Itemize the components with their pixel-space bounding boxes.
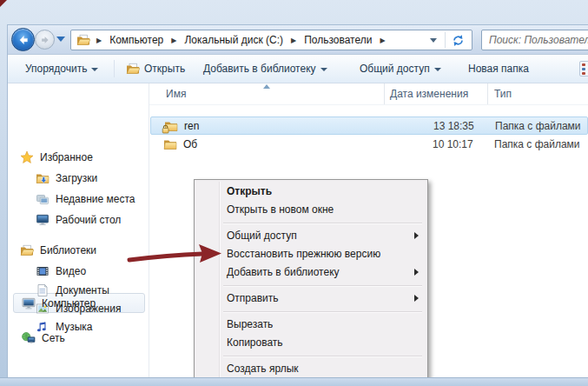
menu-label: Добавить в библиотеку	[227, 266, 340, 278]
address-bar[interactable]: ▶ Компьютер ▶ Локальный диск (C:) ▶ Поль…	[70, 30, 472, 50]
breadcrumb-separator-icon: ▶	[291, 37, 296, 44]
refresh-icon	[452, 34, 465, 47]
sidebar-label: Избранное	[40, 151, 93, 163]
column-header-date-modified[interactable]: Дата изменения	[390, 83, 468, 104]
sidebar-item-libraries[interactable]: Библиотеки	[20, 241, 96, 260]
column-separator[interactable]	[384, 83, 385, 104]
sidebar-label: Видео	[56, 265, 86, 277]
menu-item-open[interactable]: Открыть	[196, 183, 426, 201]
explorer-window: ▶ Компьютер ▶ Локальный диск (C:) ▶ Поль…	[0, 0, 588, 386]
menu-item-restore-previous-version[interactable]: Восстановить прежнюю версию	[196, 245, 426, 263]
menu-separator	[223, 223, 422, 223]
file-row-public-folder[interactable]: Об 10 10:17 Папка с файлами	[150, 136, 588, 154]
breadcrumb-users[interactable]: Пользователи	[302, 33, 373, 47]
menu-separator	[223, 356, 422, 356]
sidebar-item-computer[interactable]: Компьютер	[22, 294, 96, 313]
star-icon	[20, 150, 34, 164]
column-label: Тип	[494, 88, 512, 100]
forward-button[interactable]	[35, 30, 55, 50]
sidebar-item-downloads[interactable]: Загрузки	[36, 169, 97, 188]
breadcrumb: ▶ Компьютер ▶ Локальный диск (C:) ▶ Поль…	[76, 33, 386, 47]
file-date-modified: 10 10:17	[433, 138, 473, 150]
column-header-name[interactable]: Имя	[166, 83, 186, 104]
sidebar-label: Недавние места	[56, 193, 135, 205]
new-folder-label: Новая папка	[468, 63, 529, 75]
computer-icon	[22, 296, 36, 310]
sidebar-item-recent-places[interactable]: Недавние места	[36, 190, 135, 209]
add-to-library-button[interactable]: Добавить в библиотеку	[198, 55, 333, 83]
search-box	[481, 30, 588, 50]
chevron-down-icon	[320, 68, 327, 71]
video-icon	[36, 264, 50, 278]
open-label: Открыть	[144, 63, 185, 75]
menu-item-share[interactable]: Общий доступ	[196, 227, 426, 245]
network-icon	[22, 331, 36, 345]
menu-label: Отправить	[227, 292, 279, 304]
file-name: ren	[184, 120, 199, 132]
sidebar-label: Сеть	[42, 332, 65, 344]
sidebar-item-desktop[interactable]: Рабочий стол	[36, 210, 121, 230]
file-name: Об	[183, 138, 197, 150]
sidebar-item-network[interactable]: Сеть	[22, 329, 65, 348]
share-button[interactable]: Общий доступ	[354, 55, 446, 83]
sidebar-label: Компьютер	[42, 297, 96, 309]
menu-item-open-new-window[interactable]: Открыть в новом окне	[196, 201, 426, 219]
file-row-user-folder[interactable]: ren 13 18:35 Папка с файлами	[150, 116, 588, 135]
file-type: Папка с файлами	[495, 120, 581, 132]
window-client-area: ▶ Компьютер ▶ Локальный диск (C:) ▶ Поль…	[7, 24, 588, 377]
recent-places-icon	[36, 192, 50, 206]
search-input[interactable]	[482, 30, 588, 50]
back-arrow-icon	[17, 33, 30, 46]
breadcrumb-separator-icon: ▶	[380, 37, 385, 44]
back-button[interactable]	[11, 28, 35, 51]
desktop-icon	[36, 213, 50, 227]
sidebar-label: Загрузки	[56, 172, 97, 184]
column-label: Имя	[166, 88, 186, 100]
menu-label: Общий доступ	[227, 230, 297, 242]
menu-separator	[223, 285, 422, 286]
window-frame-bottom	[0, 377, 588, 386]
column-header-type[interactable]: Тип	[494, 83, 512, 104]
toolbar-separator	[114, 60, 115, 77]
breadcrumb-local-disk-c[interactable]: Локальный диск (C:)	[182, 33, 285, 47]
refresh-button[interactable]	[447, 32, 469, 49]
download-folder-icon	[36, 171, 50, 185]
libraries-icon	[20, 243, 34, 257]
address-history-dropdown[interactable]	[430, 38, 437, 43]
sidebar-label: Библиотеки	[40, 244, 96, 256]
column-separator[interactable]	[487, 83, 488, 104]
menu-item-cut[interactable]: Вырезать	[196, 316, 426, 334]
recent-pages-dropdown[interactable]	[56, 37, 65, 42]
sidebar-item-favorites[interactable]: Избранное	[20, 148, 93, 167]
breadcrumb-separator-icon: ▶	[171, 37, 176, 44]
folder-icon	[163, 137, 177, 151]
breadcrumb-separator-icon: ▶	[96, 37, 102, 44]
submenu-arrow-icon	[414, 269, 419, 276]
menu-item-send-to[interactable]: Отправить	[196, 290, 426, 308]
menu-separator	[223, 311, 422, 312]
address-folder-icon	[76, 33, 90, 47]
add-to-library-label: Добавить в библиотеку	[203, 63, 316, 75]
context-menu: Открыть Открыть в новом окне Общий досту…	[194, 179, 428, 386]
menu-item-add-to-library[interactable]: Добавить в библиотеку	[196, 263, 426, 282]
new-folder-button[interactable]: Новая папка	[463, 55, 534, 83]
organize-label: Упорядочить	[25, 63, 87, 75]
pane-divider[interactable]	[149, 83, 149, 377]
open-button[interactable]: Открыть	[121, 55, 190, 83]
menu-item-create-shortcut[interactable]: Создать ярлык	[196, 360, 426, 378]
submenu-arrow-icon	[414, 232, 419, 239]
command-toolbar: Упорядочить Открыть Добавить в библиотек…	[8, 55, 588, 83]
organize-button[interactable]: Упорядочить	[20, 55, 103, 83]
views-button[interactable]	[579, 61, 588, 77]
sidebar-item-video[interactable]: Видео	[36, 262, 86, 281]
open-folder-icon	[126, 62, 140, 76]
breadcrumb-computer[interactable]: Компьютер	[108, 33, 165, 47]
navigation-bar: ▶ Компьютер ▶ Локальный диск (C:) ▶ Поль…	[8, 25, 588, 55]
sidebar-label: Рабочий стол	[56, 214, 121, 226]
header-underline	[149, 104, 588, 105]
chevron-down-icon	[91, 68, 98, 71]
forward-arrow-icon	[39, 34, 50, 45]
menu-item-copy[interactable]: Копировать	[196, 334, 426, 352]
file-date-modified: 13 18:35	[433, 120, 474, 132]
lock-icon	[161, 124, 170, 134]
